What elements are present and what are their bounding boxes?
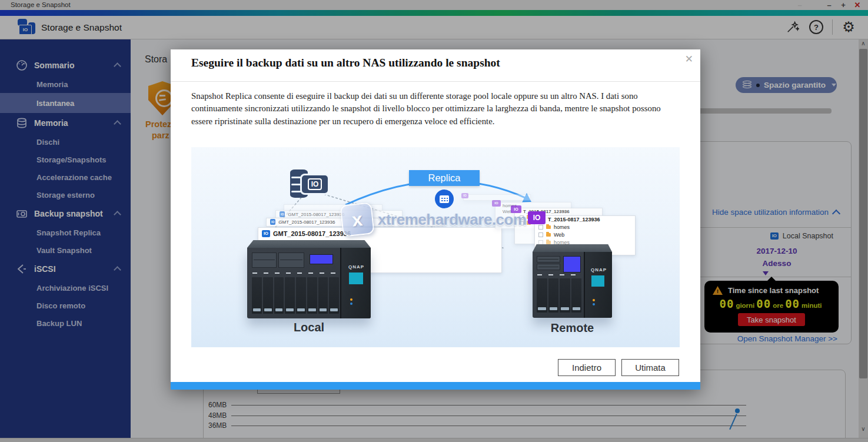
drive-tray bbox=[278, 252, 304, 268]
drive-bay bbox=[263, 277, 273, 314]
dialog-title: Eseguire il backup dati su un altro NAS … bbox=[191, 57, 500, 69]
nas-top-face bbox=[533, 244, 612, 252]
snapshot-name: GMT_2015-08017_123936 bbox=[278, 220, 335, 225]
local-label: Local bbox=[247, 321, 371, 334]
nas-side-panel: QNAP bbox=[584, 252, 612, 318]
snapshot-replica-wizard-dialog: ✕ Eseguire il backup dati su un altro NA… bbox=[171, 49, 700, 390]
snapshot-io-badge-icon: IO bbox=[461, 193, 468, 198]
back-button[interactable]: Indietro bbox=[558, 359, 616, 376]
teal-badge bbox=[591, 275, 604, 287]
nas-side-panel: QNAP bbox=[340, 248, 371, 318]
drive-tray bbox=[252, 252, 277, 268]
teal-badge bbox=[349, 272, 363, 284]
finish-button[interactable]: Utimata bbox=[621, 359, 679, 376]
drive-bay bbox=[296, 277, 306, 314]
drive-bays bbox=[252, 277, 339, 314]
led-row bbox=[252, 272, 338, 274]
drive-bay bbox=[274, 277, 284, 314]
replica-label: Replica bbox=[409, 170, 480, 186]
replica-diagram: IO IOGMT_2015-08017_123936 IOGMT_2015-08… bbox=[191, 147, 680, 347]
io-badge-label: IO bbox=[308, 178, 322, 190]
watermark-x-logo: x bbox=[340, 202, 374, 237]
dialog-bottom-accent-bar bbox=[171, 382, 700, 390]
snapshot-storage-icon: IO bbox=[290, 167, 329, 202]
lcd-display bbox=[563, 256, 581, 272]
snapshot-io-badge-icon: IO bbox=[528, 211, 546, 224]
nas-brand-label: QNAP bbox=[348, 264, 364, 270]
led-row bbox=[537, 274, 581, 275]
snapshot-name: GMT_2015-08017_123936 bbox=[273, 230, 351, 237]
close-dialog-icon[interactable]: ✕ bbox=[685, 53, 693, 65]
nas-front-face: QNAP bbox=[247, 248, 371, 318]
folder-name: homes bbox=[554, 224, 570, 230]
drive-bay bbox=[285, 277, 295, 314]
snapshot-io-badge-icon: IO bbox=[280, 211, 285, 217]
watermark-text: xtremehardware.com bbox=[378, 211, 527, 229]
camera-io-icon: IO bbox=[302, 175, 328, 193]
status-leds bbox=[593, 299, 595, 305]
dialog-description: Snapshot Replica consente di eseguire il… bbox=[191, 90, 671, 128]
remote-label: Remote bbox=[533, 321, 612, 335]
folder-name: Web bbox=[554, 232, 564, 238]
drive-tray bbox=[537, 256, 560, 262]
drive-bay bbox=[560, 278, 570, 313]
drive-bay bbox=[252, 277, 262, 314]
watermark: x xtremehardware.com bbox=[341, 204, 527, 235]
nas-brand-label: QNAP bbox=[591, 267, 607, 272]
app-window: Storage e Snapshot – – + ✕ IO Storage e … bbox=[0, 0, 868, 442]
snapshot-name: T_2015-0817_123936 bbox=[548, 217, 600, 222]
drive-bay bbox=[571, 278, 582, 313]
drive-bays bbox=[537, 278, 581, 313]
drive-bay bbox=[537, 278, 547, 313]
dialog-title-divider bbox=[171, 81, 700, 82]
drive-bay bbox=[548, 278, 559, 313]
lcd-display bbox=[310, 254, 333, 264]
nas-top-face bbox=[247, 240, 371, 248]
nas-front-face: QNAP bbox=[533, 252, 612, 318]
local-nas-device: QNAP bbox=[247, 240, 371, 318]
drive-bay bbox=[307, 277, 317, 314]
drive-bay bbox=[318, 277, 328, 314]
snapshot-io-badge-icon: IO bbox=[262, 230, 270, 237]
drive-bay bbox=[329, 277, 339, 314]
snapshot-io-badge-icon: IO bbox=[270, 219, 275, 225]
snapshot-name: GMT_2015-08017_123936 bbox=[288, 212, 344, 217]
status-leds bbox=[350, 298, 352, 305]
remote-nas-device: QNAP bbox=[533, 244, 612, 318]
drive-tray bbox=[537, 264, 560, 270]
